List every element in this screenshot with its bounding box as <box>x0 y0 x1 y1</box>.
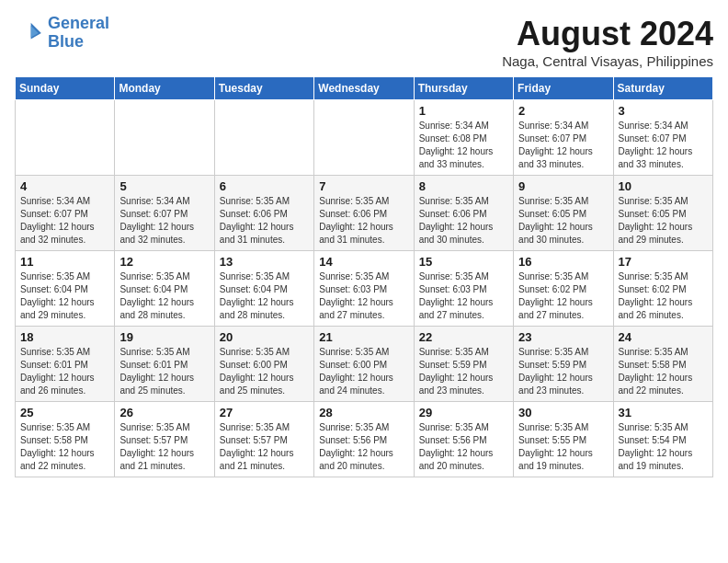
logo-line1: General <box>48 14 109 32</box>
weekday-header-saturday: Saturday <box>613 77 712 100</box>
calendar-cell: 15Sunrise: 5:35 AM Sunset: 6:03 PM Dayli… <box>414 251 513 327</box>
day-info: Sunrise: 5:34 AM Sunset: 6:08 PM Dayligh… <box>419 120 508 171</box>
calendar-cell: 12Sunrise: 5:35 AM Sunset: 6:04 PM Dayli… <box>115 251 214 327</box>
weekday-header-friday: Friday <box>514 77 613 100</box>
day-number: 15 <box>419 255 508 269</box>
calendar-week-3: 11Sunrise: 5:35 AM Sunset: 6:04 PM Dayli… <box>16 251 713 327</box>
calendar-cell: 6Sunrise: 5:35 AM Sunset: 6:06 PM Daylig… <box>214 176 313 251</box>
day-number: 2 <box>518 104 608 118</box>
day-number: 31 <box>619 406 708 419</box>
title-block: August 2024 Naga, Central Visayas, Phili… <box>502 15 713 69</box>
day-number: 23 <box>518 330 608 344</box>
calendar-cell: 24Sunrise: 5:35 AM Sunset: 5:58 PM Dayli… <box>613 327 712 402</box>
calendar-cell: 18Sunrise: 5:35 AM Sunset: 6:01 PM Dayli… <box>16 327 115 402</box>
day-number: 16 <box>518 255 608 269</box>
day-number: 30 <box>518 406 608 419</box>
day-info: Sunrise: 5:35 AM Sunset: 6:04 PM Dayligh… <box>220 270 309 322</box>
logo-text: General Blue <box>48 15 109 52</box>
day-info: Sunrise: 5:34 AM Sunset: 6:07 PM Dayligh… <box>518 120 608 171</box>
calendar-cell: 29Sunrise: 5:35 AM Sunset: 5:56 PM Dayli… <box>414 402 513 477</box>
day-info: Sunrise: 5:35 AM Sunset: 6:05 PM Dayligh… <box>619 195 708 247</box>
day-number: 24 <box>619 330 708 344</box>
day-number: 13 <box>220 255 309 269</box>
calendar-cell <box>16 100 115 176</box>
day-info: Sunrise: 5:35 AM Sunset: 5:56 PM Dayligh… <box>419 421 508 473</box>
day-number: 29 <box>419 406 508 419</box>
weekday-header-sunday: Sunday <box>16 77 115 100</box>
day-info: Sunrise: 5:35 AM Sunset: 6:06 PM Dayligh… <box>220 195 309 247</box>
day-info: Sunrise: 5:35 AM Sunset: 6:02 PM Dayligh… <box>518 270 608 322</box>
calendar-cell: 30Sunrise: 5:35 AM Sunset: 5:55 PM Dayli… <box>514 402 613 477</box>
day-number: 27 <box>220 406 309 419</box>
day-info: Sunrise: 5:34 AM Sunset: 6:07 PM Dayligh… <box>619 120 708 171</box>
calendar-cell <box>115 100 214 176</box>
weekday-header-monday: Monday <box>115 77 214 100</box>
day-number: 26 <box>119 406 209 419</box>
calendar-cell: 10Sunrise: 5:35 AM Sunset: 6:05 PM Dayli… <box>613 176 712 251</box>
day-info: Sunrise: 5:35 AM Sunset: 6:03 PM Dayligh… <box>419 270 508 322</box>
day-number: 14 <box>319 255 408 269</box>
calendar-cell: 16Sunrise: 5:35 AM Sunset: 6:02 PM Dayli… <box>514 251 613 327</box>
calendar-cell: 21Sunrise: 5:35 AM Sunset: 6:00 PM Dayli… <box>314 327 414 402</box>
logo-line2: Blue <box>48 33 109 52</box>
weekday-header-wednesday: Wednesday <box>314 77 414 100</box>
day-number: 12 <box>119 255 209 269</box>
calendar-cell: 27Sunrise: 5:35 AM Sunset: 5:57 PM Dayli… <box>214 402 313 477</box>
day-info: Sunrise: 5:35 AM Sunset: 5:54 PM Dayligh… <box>619 421 708 473</box>
day-info: Sunrise: 5:35 AM Sunset: 5:57 PM Dayligh… <box>119 421 209 473</box>
calendar-cell: 19Sunrise: 5:35 AM Sunset: 6:01 PM Dayli… <box>115 327 214 402</box>
calendar-cell: 23Sunrise: 5:35 AM Sunset: 5:59 PM Dayli… <box>514 327 613 402</box>
calendar-cell: 22Sunrise: 5:35 AM Sunset: 5:59 PM Dayli… <box>414 327 513 402</box>
day-info: Sunrise: 5:35 AM Sunset: 5:59 PM Dayligh… <box>419 346 508 397</box>
calendar-cell: 20Sunrise: 5:35 AM Sunset: 6:00 PM Dayli… <box>214 327 313 402</box>
day-number: 8 <box>419 179 508 193</box>
day-number: 11 <box>20 255 109 269</box>
logo-icon <box>15 18 44 48</box>
calendar-cell: 8Sunrise: 5:35 AM Sunset: 6:06 PM Daylig… <box>414 176 513 251</box>
calendar-week-4: 18Sunrise: 5:35 AM Sunset: 6:01 PM Dayli… <box>16 327 713 402</box>
day-info: Sunrise: 5:35 AM Sunset: 5:56 PM Dayligh… <box>319 421 408 473</box>
main-title: August 2024 <box>502 15 713 53</box>
day-info: Sunrise: 5:35 AM Sunset: 6:05 PM Dayligh… <box>518 195 608 247</box>
day-info: Sunrise: 5:35 AM Sunset: 6:04 PM Dayligh… <box>20 270 109 322</box>
day-info: Sunrise: 5:35 AM Sunset: 5:58 PM Dayligh… <box>619 346 708 397</box>
calendar-cell: 31Sunrise: 5:35 AM Sunset: 5:54 PM Dayli… <box>613 402 712 477</box>
day-number: 4 <box>20 179 109 193</box>
day-number: 25 <box>20 406 109 419</box>
calendar-cell <box>214 100 313 176</box>
day-info: Sunrise: 5:35 AM Sunset: 6:04 PM Dayligh… <box>119 270 209 322</box>
day-number: 6 <box>220 179 309 193</box>
day-number: 9 <box>518 179 608 193</box>
calendar-table: SundayMondayTuesdayWednesdayThursdayFrid… <box>15 76 713 477</box>
day-info: Sunrise: 5:35 AM Sunset: 6:02 PM Dayligh… <box>619 270 708 322</box>
day-number: 19 <box>119 330 209 344</box>
day-number: 28 <box>319 406 408 419</box>
calendar-header-row: SundayMondayTuesdayWednesdayThursdayFrid… <box>16 77 713 100</box>
calendar-cell: 25Sunrise: 5:35 AM Sunset: 5:58 PM Dayli… <box>16 402 115 477</box>
day-info: Sunrise: 5:35 AM Sunset: 6:00 PM Dayligh… <box>319 346 408 397</box>
day-info: Sunrise: 5:35 AM Sunset: 6:00 PM Dayligh… <box>220 346 309 397</box>
weekday-header-thursday: Thursday <box>414 77 513 100</box>
calendar-cell: 3Sunrise: 5:34 AM Sunset: 6:07 PM Daylig… <box>613 100 712 176</box>
weekday-header-tuesday: Tuesday <box>214 77 313 100</box>
day-number: 17 <box>619 255 708 269</box>
day-number: 18 <box>20 330 109 344</box>
day-number: 21 <box>319 330 408 344</box>
page-header: General Blue August 2024 Naga, Central V… <box>15 15 713 69</box>
calendar-cell: 5Sunrise: 5:34 AM Sunset: 6:07 PM Daylig… <box>115 176 214 251</box>
calendar-cell: 9Sunrise: 5:35 AM Sunset: 6:05 PM Daylig… <box>514 176 613 251</box>
calendar-cell: 14Sunrise: 5:35 AM Sunset: 6:03 PM Dayli… <box>314 251 414 327</box>
calendar-cell: 17Sunrise: 5:35 AM Sunset: 6:02 PM Dayli… <box>613 251 712 327</box>
calendar-week-1: 1Sunrise: 5:34 AM Sunset: 6:08 PM Daylig… <box>16 100 713 176</box>
calendar-cell: 11Sunrise: 5:35 AM Sunset: 6:04 PM Dayli… <box>16 251 115 327</box>
calendar-cell: 4Sunrise: 5:34 AM Sunset: 6:07 PM Daylig… <box>16 176 115 251</box>
day-number: 1 <box>419 104 508 118</box>
day-info: Sunrise: 5:35 AM Sunset: 5:59 PM Dayligh… <box>518 346 608 397</box>
day-number: 20 <box>220 330 309 344</box>
calendar-cell: 1Sunrise: 5:34 AM Sunset: 6:08 PM Daylig… <box>414 100 513 176</box>
day-number: 10 <box>619 179 708 193</box>
day-number: 3 <box>619 104 708 118</box>
day-info: Sunrise: 5:35 AM Sunset: 5:57 PM Dayligh… <box>220 421 309 473</box>
day-number: 22 <box>419 330 508 344</box>
day-info: Sunrise: 5:35 AM Sunset: 5:58 PM Dayligh… <box>20 421 109 473</box>
